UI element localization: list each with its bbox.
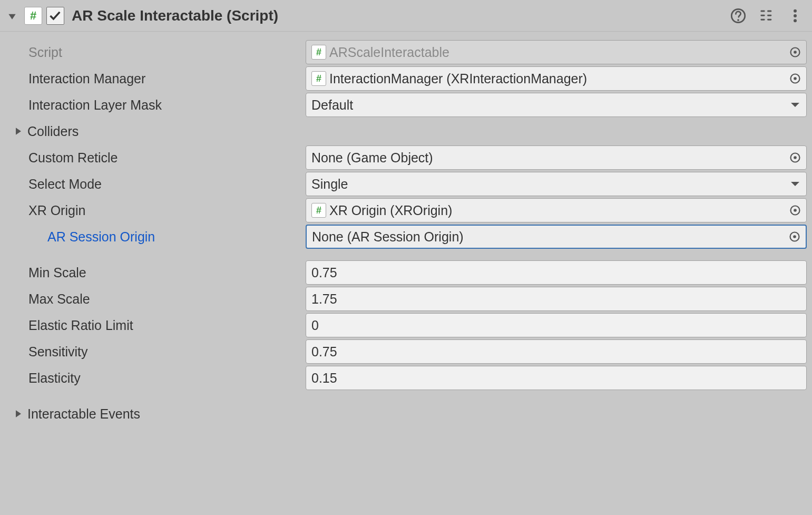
elastic-ratio-limit-field[interactable]: 0 [306, 313, 807, 337]
script-ref-icon: # [311, 45, 326, 60]
foldout-toggle[interactable] [4, 8, 20, 24]
min-scale-label: Min Scale [28, 265, 86, 280]
max-scale-field[interactable]: 1.75 [306, 287, 807, 311]
component-title: AR Scale Interactable (Script) [72, 7, 725, 24]
ar-session-origin-field[interactable]: None (AR Session Origin) [306, 225, 807, 249]
script-type-icon: # [24, 7, 42, 25]
elastic-ratio-limit-label: Elastic Ratio Limit [28, 318, 133, 333]
script-ref-icon: # [311, 203, 326, 218]
xr-origin-field[interactable]: # XR Origin (XROrigin) [306, 198, 807, 222]
object-picker-icon[interactable] [788, 151, 802, 164]
preset-icon[interactable] [757, 6, 776, 25]
foldout-arrow-icon [12, 406, 25, 422]
sensitivity-label: Sensitivity [28, 344, 88, 359]
object-picker-icon[interactable] [788, 203, 802, 217]
component-enabled-checkbox[interactable] [46, 7, 64, 25]
script-field: # ARScaleInteractable [306, 40, 807, 64]
xr-origin-label: XR Origin [28, 203, 85, 218]
interaction-manager-field[interactable]: # InteractionManager (XRInteractionManag… [306, 66, 807, 91]
script-label: Script [28, 45, 62, 60]
elasticity-field[interactable]: 0.15 [306, 366, 807, 390]
dropdown-icon [788, 177, 802, 191]
foldout-arrow-icon [12, 123, 25, 139]
component-inspector: # AR Scale Interactable (Script) Script … [0, 0, 812, 436]
elasticity-label: Elasticity [28, 371, 81, 386]
interactable-events-foldout[interactable]: Interactable Events [0, 401, 812, 427]
sensitivity-field[interactable]: 0.75 [306, 339, 807, 364]
component-header: # AR Scale Interactable (Script) [0, 0, 812, 32]
interaction-manager-label: Interaction Manager [28, 71, 145, 86]
help-icon[interactable] [729, 6, 748, 25]
min-scale-field[interactable]: 0.75 [306, 260, 807, 285]
object-picker-icon[interactable] [788, 230, 801, 244]
object-picker-icon [788, 45, 802, 59]
interaction-layer-mask-label: Interaction Layer Mask [28, 98, 162, 113]
script-ref-icon: # [311, 71, 326, 86]
custom-reticle-field[interactable]: None (Game Object) [306, 145, 807, 170]
select-mode-field[interactable]: Single [306, 172, 807, 196]
object-picker-icon[interactable] [788, 72, 802, 85]
custom-reticle-label: Custom Reticle [28, 150, 118, 166]
select-mode-label: Select Mode [28, 177, 102, 192]
ar-session-origin-label[interactable]: AR Session Origin [47, 229, 155, 245]
dropdown-icon [788, 98, 802, 112]
max-scale-label: Max Scale [28, 291, 90, 307]
context-menu-icon[interactable] [786, 6, 805, 25]
interaction-layer-mask-field[interactable]: Default [306, 93, 807, 117]
colliders-foldout[interactable]: Colliders [0, 118, 812, 144]
